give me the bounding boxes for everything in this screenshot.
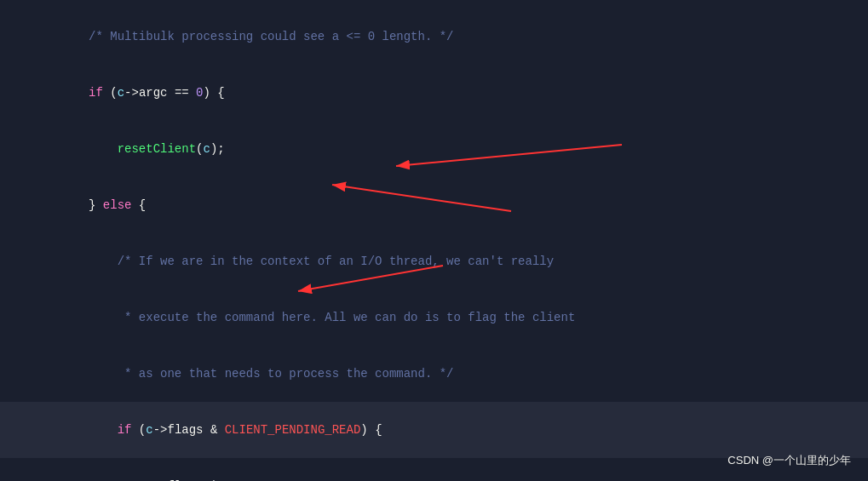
watermark: CSDN @一个山里的少年 [727,453,851,468]
code-line-4: } else { [0,177,868,233]
code-line-8: if (c->flags & CLIENT_PENDING_READ) { [0,402,868,458]
code-line-1: /* Multibulk processing could see a <= 0… [0,9,868,65]
code-line-3: resetClient(c); [0,121,868,177]
code-line-6: * execute the command here. All we can d… [0,289,868,346]
code-line-5: /* If we are in the context of an I/O th… [0,233,868,289]
code-line-2: if (c->argc == 0) { [0,65,868,121]
code-line-7: * as one that needs to process the comma… [0,346,868,402]
code-container: /* Multibulk processing could see a <= 0… [0,0,868,481]
